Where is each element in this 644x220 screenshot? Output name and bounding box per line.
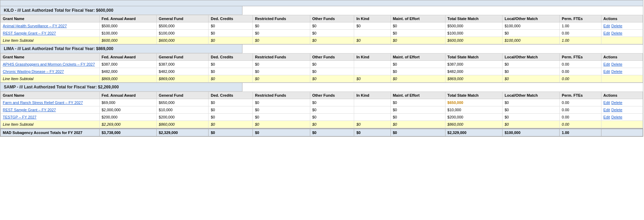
col-header-ded--credits: Ded. Credits [209, 92, 253, 99]
maintEffort-cell: $0 [390, 121, 445, 128]
col-header-grant-name: Grant Name [1, 15, 100, 22]
grant-name-link[interactable]: TESTGP – FY 2027 [3, 115, 36, 119]
permFTEs-cell: 0.00 [560, 121, 601, 128]
restrictedFunds-cell: $0 [253, 30, 310, 37]
totalStateMatch-cell: $500,000 [445, 22, 502, 30]
edit-action-link[interactable]: Edit [604, 101, 610, 105]
genFund-cell: $500,000 [157, 22, 209, 30]
edit-action-link[interactable]: Edit [604, 24, 610, 28]
inKind-cell: $0 [354, 37, 390, 44]
grant-name-link[interactable]: Farm and Ranch Stress Relief Grant – FY … [3, 101, 83, 105]
totals-restricted: $0 [253, 129, 310, 136]
restrictedFunds-cell: $0 [253, 75, 310, 83]
genFund-cell: $100,000 [157, 30, 209, 37]
section-header: KILO - /// Last Authorized Total for Fis… [0, 6, 242, 15]
inKind-cell [354, 68, 390, 75]
fedAward-cell: $69,000 [99, 99, 156, 106]
totals-perm: 1.00 [560, 129, 601, 136]
actions-cell: EditDelete [601, 68, 643, 75]
dedCredits-cell: $0 [209, 99, 253, 106]
grant-name-link[interactable]: REST Sample Grant – FY 2027 [3, 31, 56, 35]
maintEffort-cell: $0 [390, 75, 445, 83]
totalStateMatch-cell: $869,000 [445, 75, 502, 83]
totalStateMatch-cell: $387,000 [445, 61, 502, 68]
col-header-other-funds: Other Funds [310, 54, 354, 61]
localOtherMatch-cell: $0 [502, 61, 559, 68]
permFTEs-cell: 1.00 [560, 22, 601, 30]
maintEffort-cell: $0 [390, 114, 445, 121]
col-header-local-other-match: Local/Other Match [502, 15, 559, 22]
edit-action-link[interactable]: Edit [604, 108, 610, 112]
grant-name-cell: REST Sample Grant – FY 2027 [1, 30, 100, 37]
actions-cell: EditDelete [601, 99, 643, 106]
restrictedFunds-cell: $0 [253, 121, 310, 128]
col-header-total-state-match: Total State Match [445, 92, 502, 99]
genFund-cell: $200,000 [157, 114, 209, 121]
totalStateMatch-cell: $860,000 [445, 121, 502, 128]
inKind-cell: $0 [354, 22, 390, 30]
delete-action-link[interactable]: Delete [611, 101, 623, 105]
delete-action-link[interactable]: Delete [611, 69, 623, 74]
edit-action-link[interactable]: Edit [604, 62, 610, 66]
dedCredits-cell: $0 [209, 68, 253, 75]
dedCredits-cell: $0 [209, 75, 253, 83]
localOtherMatch-cell: $0 [502, 99, 559, 106]
delete-action-link[interactable]: Delete [611, 108, 623, 112]
grant-name-cell: Line Item Subtotal [1, 75, 100, 83]
col-header-other-funds: Other Funds [310, 92, 354, 99]
permFTEs-cell: 0.00 [560, 30, 601, 37]
maintEffort-cell: $0 [390, 37, 445, 44]
totals-other: $0 [310, 129, 354, 136]
grant-name-link[interactable]: Chronic Wasting Disease – FY 2027 [3, 69, 64, 74]
edit-action-link[interactable]: Edit [604, 31, 610, 35]
grant-name-cell: Farm and Ranch Stress Relief Grant – FY … [1, 99, 100, 106]
fedAward-cell: $2,000,000 [99, 106, 156, 114]
col-header-ded--credits: Ded. Credits [209, 54, 253, 61]
fedAward-cell: $869,000 [99, 75, 156, 83]
subtotal-row: Line Item Subtotal$869,000$869,000$0$0$0… [1, 75, 643, 83]
col-header-perm--ftes: Perm. FTEs [560, 15, 601, 22]
grant-name-link[interactable]: Animal Health Surveillance – FY 2027 [3, 24, 67, 28]
col-header-other-funds: Other Funds [310, 15, 354, 22]
col-header-maint--of-effort: Maint. of Effort [390, 92, 445, 99]
inKind-cell: $0 [354, 75, 390, 83]
restrictedFunds-cell: $0 [253, 61, 310, 68]
edit-action-link[interactable]: Edit [604, 115, 610, 119]
delete-action-link[interactable]: Delete [611, 62, 623, 66]
genFund-cell: $650,000 [157, 99, 209, 106]
actions-cell: EditDelete [601, 61, 643, 68]
restrictedFunds-cell: $0 [253, 99, 310, 106]
delete-action-link[interactable]: Delete [611, 31, 623, 35]
otherFunds-cell: $0 [310, 61, 354, 68]
grant-name-cell: REST Sample Grant – FY 2027 [1, 106, 100, 114]
delete-action-link[interactable]: Delete [611, 24, 623, 28]
localOtherMatch-cell: $100,000 [502, 37, 559, 44]
data-row: APHIS Grasshoppers and Mormon Crickets –… [1, 61, 643, 68]
data-row: REST Sample Grant – FY 2027$100,000$100,… [1, 30, 643, 37]
totals-kind: $0 [354, 129, 390, 136]
data-row: Chronic Wasting Disease – FY 2027$482,00… [1, 68, 643, 75]
dedCredits-cell: $0 [209, 30, 253, 37]
grant-name-link[interactable]: REST Sample Grant – FY 2027 [3, 108, 56, 112]
grant-name-link[interactable]: APHIS Grasshoppers and Mormon Crickets –… [3, 62, 95, 66]
col-header-total-state-match: Total State Match [445, 15, 502, 22]
actions-cell: EditDelete [601, 30, 643, 37]
totals-gen: $2,329,000 [157, 129, 209, 136]
col-header-maint--of-effort: Maint. of Effort [390, 54, 445, 61]
fedAward-cell: $482,000 [99, 68, 156, 75]
otherFunds-cell: $0 [310, 114, 354, 121]
genFund-cell: $869,000 [157, 75, 209, 83]
grant-name-cell: Animal Health Surveillance – FY 2027 [1, 22, 100, 30]
maintEffort-cell: $0 [390, 30, 445, 37]
actions-cell: EditDelete [601, 114, 643, 121]
totalStateMatch-cell: $650,000 [445, 99, 502, 106]
totalStateMatch-cell: $200,000 [445, 114, 502, 121]
actions-cell [601, 37, 643, 44]
delete-action-link[interactable]: Delete [611, 115, 623, 119]
inKind-cell [354, 114, 390, 121]
localOtherMatch-cell: $100,000 [502, 22, 559, 30]
data-row: Animal Health Surveillance – FY 2027$500… [1, 22, 643, 30]
edit-action-link[interactable]: Edit [604, 69, 610, 74]
otherFunds-cell: $0 [310, 106, 354, 114]
restrictedFunds-cell: $0 [253, 68, 310, 75]
